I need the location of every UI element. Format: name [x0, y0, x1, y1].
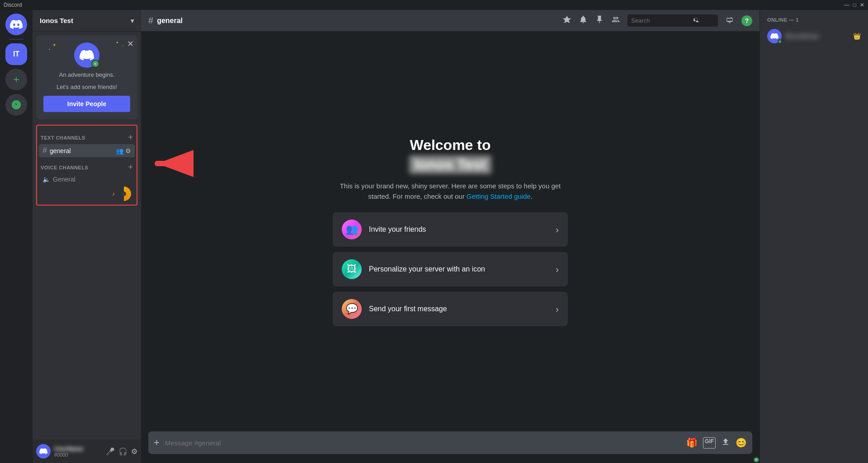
invite-friends-card[interactable]: 👥 + Invite your friends › [333, 212, 568, 247]
personalize-server-chevron: › [556, 264, 559, 275]
search-box[interactable] [627, 14, 718, 27]
discord-home-button[interactable] [5, 14, 27, 35]
voice-channel-item-general[interactable]: 🔈 General [39, 174, 135, 185]
member-crown-icon: 👑 [853, 33, 861, 40]
header-channel-name: general [157, 17, 183, 25]
header-icons: ? [562, 14, 752, 27]
server-header-chevron: ▾ [131, 17, 134, 24]
invite-popup-avatar-badge: + [91, 60, 99, 68]
invite-popup-title: An adventure begins. [43, 71, 130, 78]
maximize-button[interactable]: □ [853, 2, 856, 8]
members-list-icon[interactable] [611, 15, 620, 26]
message-add-button[interactable]: + [154, 431, 160, 454]
messages-area: Welcome to Ionos Test This is your brand… [141, 32, 760, 431]
personalize-server-card[interactable]: 🖼 Personalize your server with an icon › [333, 252, 568, 286]
window-controls: — □ ✕ [844, 2, 864, 8]
message-input-area: + 🎁 GIF 😊 [141, 431, 760, 463]
invite-member-icon[interactable]: 👥 [116, 147, 123, 154]
server-list: IT + [0, 10, 33, 463]
channel-sidebar: Ionos Test ▾ ✕ ✦ • ✦ • + An adventure be… [33, 10, 141, 463]
server-divider [9, 39, 24, 40]
message-input-box: + 🎁 GIF 😊 [148, 431, 752, 454]
gift-icon[interactable]: 🎁 [686, 437, 698, 449]
invite-popup-subtitle: Let's add some friends! [43, 84, 130, 90]
getting-started-link[interactable]: Getting Started guide [467, 192, 531, 200]
welcome-server-name: Ionos Test [333, 155, 568, 174]
channel-hash-icon: # [42, 146, 47, 155]
decorative-star-4: • [123, 44, 123, 47]
add-server-button[interactable]: + [5, 69, 27, 90]
search-icon [693, 16, 700, 25]
user-discriminator: #0000 [54, 452, 102, 458]
help-icon[interactable]: ? [741, 15, 752, 26]
channel-settings-icon[interactable]: ⚙ [125, 147, 131, 154]
invite-friends-chevron: › [556, 224, 559, 235]
member-name: BlurredUser [785, 33, 849, 40]
invite-friends-icon: 👥 + [342, 220, 362, 239]
channel-title: # general [148, 15, 183, 26]
channel-icons: 👥 ⚙ [116, 147, 131, 154]
app-title: Discord [4, 2, 22, 8]
main-header: # general [141, 10, 760, 32]
mic-button[interactable]: 🎤 [106, 447, 115, 456]
channel-item-general[interactable]: # general 👥 ⚙ [39, 144, 135, 157]
text-channels-header[interactable]: TEXT CHANNELS + [37, 127, 137, 144]
server-name: Ionos Test [40, 17, 73, 24]
close-button[interactable]: ✕ [860, 2, 864, 8]
upload-file-icon[interactable] [721, 437, 730, 449]
text-channels-label: TEXT CHANNELS [41, 135, 85, 140]
member-status-indicator [778, 39, 782, 44]
personalize-server-label: Personalize your server with an icon [369, 265, 548, 273]
voice-channels-label: VOICE CHANNELS [41, 165, 88, 170]
server-name-blurred: Ionos Test [409, 155, 491, 174]
send-message-card[interactable]: 💬 Send your first message › [333, 292, 568, 326]
it-server-icon[interactable]: IT [5, 43, 27, 65]
send-message-icon: 💬 [342, 299, 362, 319]
invite-popup: ✕ ✦ • ✦ • + An adventure begins. Let's a… [36, 35, 137, 119]
voice-channel-icon: 🔈 [42, 176, 50, 183]
message-tools: 🎁 GIF 😊 [686, 437, 747, 449]
user-bar: UserName #0000 🎤 🎧 ⚙ [33, 440, 141, 463]
notifications-bell-icon[interactable] [579, 15, 588, 26]
explore-servers-button[interactable] [5, 94, 27, 116]
add-voice-channel-button[interactable]: + [128, 163, 133, 172]
music-note-icon: ♪ [112, 191, 115, 197]
welcome-title: Welcome to [333, 137, 568, 154]
channel-list-box: TEXT CHANNELS + # general 👥 ⚙ VOICE CHAN… [36, 125, 137, 206]
right-sidebar: ONLINE — 1 BlurredUser 👑 [760, 10, 868, 463]
user-name: UserName [54, 445, 102, 452]
voice-channel-name: General [53, 176, 131, 183]
send-message-label: Send your first message [369, 305, 548, 313]
personalize-server-icon: 🖼 [342, 259, 362, 279]
decorative-star-2: • [49, 47, 50, 51]
headphones-button[interactable]: 🎧 [118, 447, 127, 456]
member-avatar [767, 29, 782, 43]
send-message-chevron: › [556, 304, 559, 314]
add-text-channel-button[interactable]: + [128, 133, 133, 142]
boost-icon[interactable] [562, 15, 571, 26]
user-avatar[interactable] [36, 444, 51, 458]
decorative-star-3: ✦ [116, 41, 119, 45]
pinned-messages-icon[interactable] [595, 15, 604, 26]
minimize-button[interactable]: — [844, 2, 849, 8]
music-player-icon[interactable] [117, 187, 131, 201]
user-settings-button[interactable]: ⚙ [131, 447, 137, 456]
member-item[interactable]: BlurredUser 👑 [764, 26, 864, 46]
channel-name-general: general [50, 147, 116, 154]
gif-icon[interactable]: GIF [703, 437, 716, 449]
welcome-description: This is your brand new, shiny server. He… [333, 181, 568, 201]
message-input[interactable] [165, 433, 681, 453]
search-input[interactable] [631, 17, 690, 24]
welcome-content: Welcome to Ionos Test This is your brand… [333, 137, 568, 326]
emoji-picker-icon[interactable]: 😊 [736, 437, 747, 449]
music-widget: ♪ [37, 185, 137, 203]
voice-channels-header[interactable]: VOICE CHANNELS + [37, 157, 137, 174]
decorative-star-1: ✦ [52, 42, 56, 47]
server-header[interactable]: Ionos Test ▾ [33, 10, 141, 32]
action-cards: 👥 + Invite your friends › 🖼 Personalize … [333, 212, 568, 326]
header-hash-icon: # [148, 15, 153, 26]
online-members-header: ONLINE — 1 [764, 17, 864, 23]
invite-people-button[interactable]: Invite People [43, 96, 130, 112]
inbox-icon[interactable] [725, 15, 734, 26]
title-bar: Discord — □ ✕ [0, 0, 868, 10]
